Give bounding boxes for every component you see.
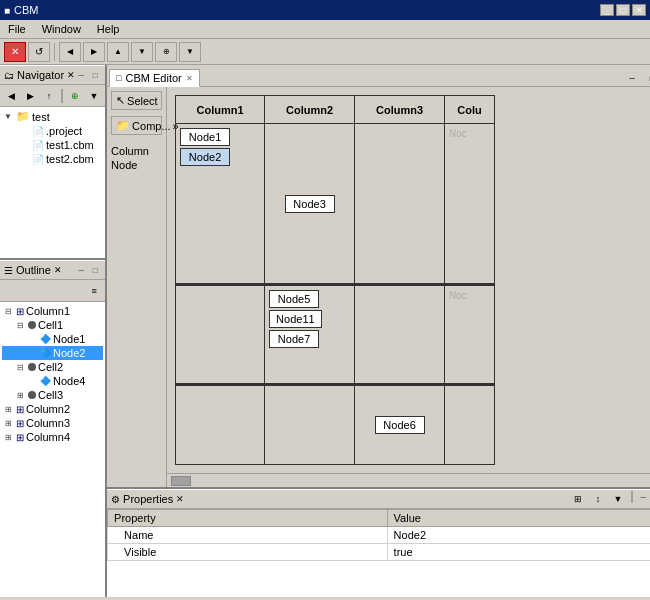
outline-column4[interactable]: ⊞ ⊞ Column4 — [2, 430, 103, 444]
props-btn1[interactable]: ⊞ — [569, 491, 587, 507]
maximize-button[interactable]: □ — [616, 4, 630, 16]
navigator-minimize-btn[interactable]: ─ — [75, 69, 87, 81]
outline-cell2-label: Cell2 — [38, 361, 63, 373]
outline-cell1[interactable]: ⊟ Cell1 — [2, 318, 103, 332]
add-btn[interactable]: ⊕ — [155, 42, 177, 62]
navigator-close-icon[interactable]: ✕ — [67, 70, 75, 80]
outline-column1[interactable]: ⊟ ⊞ Column1 — [2, 304, 103, 318]
tab-close-btn[interactable]: ✕ — [186, 74, 193, 83]
editor-tab-cbm[interactable]: □ CBM Editor ✕ — [109, 69, 200, 87]
cbm-column-1: Column1 Node1 Node2 — [175, 95, 265, 465]
outline-column3[interactable]: ⊞ ⊞ Column3 — [2, 416, 103, 430]
outline-node4[interactable]: 🔷 Node4 — [2, 374, 103, 388]
menu-file[interactable]: File — [4, 22, 30, 36]
cbm-node-5[interactable]: Node5 — [269, 290, 319, 308]
nav-back-btn[interactable]: ◀ — [59, 42, 81, 62]
outline-column2[interactable]: ⊞ ⊞ Column2 — [2, 402, 103, 416]
properties-content: Property Value Name Node2 Visible true — [107, 509, 650, 597]
expander-cell1[interactable]: ⊟ — [14, 319, 26, 331]
node-icon-1: 🔷 — [40, 334, 51, 344]
properties-close-icon[interactable]: ✕ — [176, 494, 184, 504]
cbm-col4-cell1: Noc — [445, 124, 494, 284]
column-label: Column — [111, 145, 162, 157]
editor-scrollbar-h[interactable] — [167, 473, 650, 487]
expander-cell2[interactable]: ⊟ — [14, 361, 26, 373]
nav-up2-btn[interactable]: ↑ — [40, 88, 58, 104]
outline-collapse-btn[interactable]: ≡ — [85, 283, 103, 299]
cbm-col1-header: Column1 — [176, 96, 264, 124]
close-toolbar-btn[interactable]: ✕ — [4, 42, 26, 62]
dropdown-btn[interactable]: ▼ — [179, 42, 201, 62]
outline-maximize-btn[interactable]: □ — [89, 264, 101, 276]
cbm-node-11[interactable]: Node11 — [269, 310, 322, 328]
properties-panel: ⚙ Properties ✕ ⊞ ↕ ▼ ─ □ Proper — [107, 489, 650, 597]
editor-max-btn[interactable]: □ — [643, 70, 650, 86]
outline-col4-label: Column4 — [26, 431, 70, 443]
cbm-node-1[interactable]: Node1 — [180, 128, 230, 146]
cbm-node-6[interactable]: Node6 — [375, 416, 425, 434]
navigator-maximize-btn[interactable]: □ — [89, 69, 101, 81]
nav-tree-item-test[interactable]: ▼ 📁 test — [2, 109, 103, 124]
navigator-toolbar: ◀ ▶ ↑ ⊕ ▼ — [0, 85, 105, 107]
outline-minimize-btn[interactable]: ─ — [75, 264, 87, 276]
navigator-title: Navigator — [17, 69, 64, 81]
right-panel: □ CBM Editor ✕ ─ □ ↖ Select — [107, 65, 650, 597]
cbm-node-3[interactable]: Node3 — [285, 195, 335, 213]
comp-btn[interactable]: 📁 Comp... » — [111, 116, 162, 135]
outline-cell1-label: Cell1 — [38, 319, 63, 331]
props-visible-value[interactable]: true — [387, 544, 650, 561]
outline-tree: ⊟ ⊞ Column1 ⊟ Cell1 🔷 Node1 — [0, 302, 105, 597]
menu-window[interactable]: Window — [38, 22, 85, 36]
editor-min-btn[interactable]: ─ — [623, 70, 641, 86]
refresh-btn[interactable]: ↺ — [28, 42, 50, 62]
cbm-col1-cell1: Node1 Node2 — [176, 124, 264, 284]
outline-node1[interactable]: 🔷 Node1 — [2, 332, 103, 346]
nav-expand-btn[interactable]: ▶ — [21, 88, 39, 104]
outline-cell3[interactable]: ⊞ Cell3 — [2, 388, 103, 402]
node-icon-4: 🔷 — [40, 376, 51, 386]
cbm-col4-cell3 — [445, 384, 494, 464]
cbm-node-2[interactable]: Node2 — [180, 148, 230, 166]
expander-col2[interactable]: ⊞ — [2, 403, 14, 415]
nav-sep — [61, 89, 63, 103]
outline-node4-label: Node4 — [53, 375, 85, 387]
nav-tree-item-test1[interactable]: 📄 test1.cbm — [2, 138, 103, 152]
expander-test[interactable]: ▼ — [2, 111, 14, 123]
select-tool-btn[interactable]: ↖ Select — [111, 91, 162, 110]
nav-home-btn[interactable]: ▼ — [131, 42, 153, 62]
cbm-column-2: Column2 Node3 Node5 Node11 Node7 — [265, 95, 355, 465]
props-btn3[interactable]: ▼ — [609, 491, 627, 507]
menu-help[interactable]: Help — [93, 22, 124, 36]
nav-tree-item-test2[interactable]: 📄 test2.cbm — [2, 152, 103, 166]
props-visible-key: Visible — [108, 544, 388, 561]
props-minimize-btn[interactable]: ─ — [637, 491, 649, 503]
grid-scroll-area[interactable]: Column1 Node1 Node2 — [167, 87, 650, 487]
expander-col3[interactable]: ⊞ — [2, 417, 14, 429]
expander-cell3[interactable]: ⊞ — [14, 389, 26, 401]
editor-tab-bar: □ CBM Editor ✕ ─ □ — [107, 65, 650, 87]
nav-collapse-btn[interactable]: ◀ — [2, 88, 20, 104]
expander-col4[interactable]: ⊞ — [2, 431, 14, 443]
toolbar-sep-1 — [54, 43, 55, 61]
nav-dd-btn[interactable]: ▼ — [85, 88, 103, 104]
close-button[interactable]: ✕ — [632, 4, 646, 16]
outline-close-icon[interactable]: ✕ — [54, 265, 62, 275]
props-name-value[interactable]: Node2 — [387, 527, 650, 544]
outline-panel: ☰ Outline ✕ ─ □ ≡ ⊟ ⊞ Column1 — [0, 260, 105, 597]
file-icon-project: 📄 — [32, 126, 44, 137]
nav-tree-item-project[interactable]: 📄 .project — [2, 124, 103, 138]
nav-fwd-btn[interactable]: ▶ — [83, 42, 105, 62]
nav-link-btn[interactable]: ⊕ — [66, 88, 84, 104]
props-sep — [631, 491, 633, 503]
outline-cell2[interactable]: ⊟ Cell2 — [2, 360, 103, 374]
props-col-property: Property — [108, 510, 388, 527]
cbm-node-7[interactable]: Node7 — [269, 330, 319, 348]
expander-col1[interactable]: ⊟ — [2, 305, 14, 317]
outline-node2[interactable]: 🔷 Node2 — [2, 346, 103, 360]
nav-up-btn[interactable]: ▲ — [107, 42, 129, 62]
cursor-icon: ↖ — [116, 94, 125, 107]
scrollbar-thumb[interactable] — [171, 476, 191, 486]
minimize-button[interactable]: _ — [600, 4, 614, 16]
node-icon-2: 🔷 — [40, 348, 51, 358]
props-btn2[interactable]: ↕ — [589, 491, 607, 507]
